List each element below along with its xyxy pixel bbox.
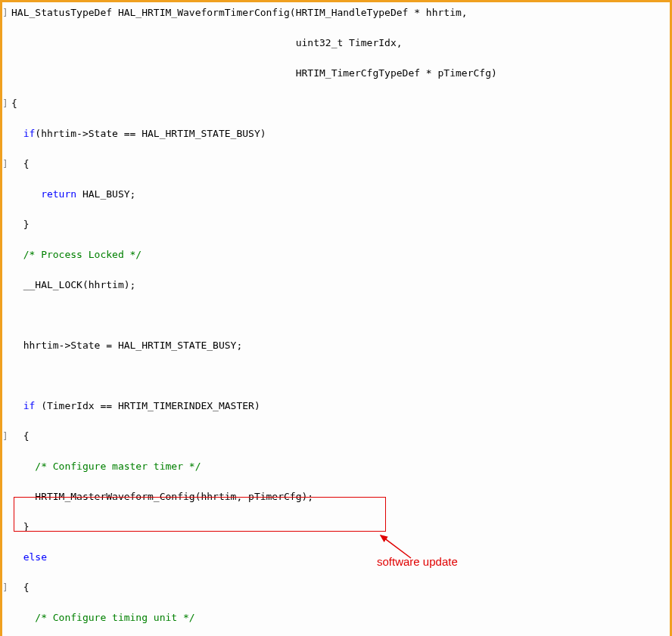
code-line: }	[11, 521, 29, 532]
code-line: HAL_StatusTypeDef HAL_HRTIM_WaveformTime…	[11, 7, 468, 18]
code-line: (TimerIdx == HRTIM_TIMERINDEX_MASTER)	[35, 400, 260, 411]
code-line: }	[11, 219, 29, 230]
code-frame: ]HAL_StatusTypeDef HAL_HRTIM_WaveformTim…	[0, 0, 672, 636]
comment: /* Process Locked */	[11, 249, 142, 260]
keyword-if: if	[11, 400, 35, 411]
comment: /* Configure timing unit */	[11, 612, 195, 623]
code-block: ]HAL_StatusTypeDef HAL_HRTIM_WaveformTim…	[2, 5, 665, 636]
keyword-if: if	[11, 128, 35, 139]
code-line: {	[11, 430, 29, 442]
code-line: __HAL_LOCK(hhrtim);	[11, 279, 135, 290]
keyword-return: return	[11, 188, 76, 200]
code-line: HRTIM_MasterWaveform_Config(hhrtim, pTim…	[11, 491, 313, 502]
fold-marker[interactable]: ]	[2, 429, 11, 444]
code-line: uint32_t TimerIdx,	[11, 37, 403, 48]
code-line: {	[11, 98, 17, 109]
code-line: {	[11, 582, 29, 593]
code-line: (hhrtim->State == HAL_HRTIM_STATE_BUSY)	[35, 128, 266, 139]
annotation-label: software update	[377, 554, 458, 569]
fold-marker[interactable]: ]	[2, 5, 11, 20]
code-line: {	[11, 158, 29, 169]
fold-marker[interactable]: ]	[2, 96, 11, 111]
code-line: HAL_BUSY;	[76, 188, 135, 200]
keyword-else: else	[11, 551, 47, 563]
fold-marker[interactable]: ]	[2, 157, 11, 172]
code-line: hhrtim->State = HAL_HRTIM_STATE_BUSY;	[11, 340, 242, 351]
comment: /* Configure master timer */	[11, 461, 201, 472]
code-line: HRTIM_TimerCfgTypeDef * pTimerCfg)	[11, 67, 497, 79]
fold-marker[interactable]: ]	[2, 580, 11, 595]
